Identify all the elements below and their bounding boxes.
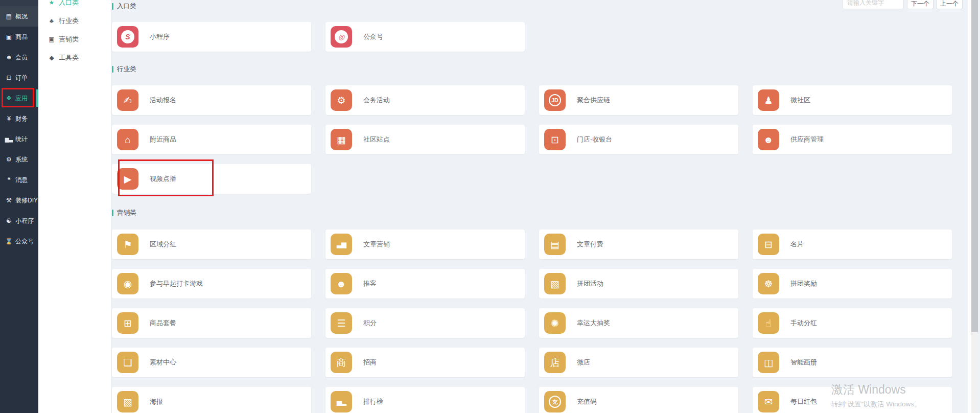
book-coin-icon-glyph: ▤ [550, 240, 559, 249]
folder-icon: ❏ [117, 352, 138, 373]
app-card-label: 公众号 [363, 32, 383, 41]
sidebar-item-messages[interactable]: ❝消息 [0, 170, 38, 190]
app-card-points[interactable]: ☰积分 [325, 308, 525, 338]
app-card-activity-signup[interactable]: ✍活动报名 [112, 85, 311, 115]
app-card-label: 拼团奖励 [790, 279, 817, 288]
app-card-label: 招商 [363, 358, 377, 367]
category-item-tools[interactable]: ◆工具类 [38, 49, 111, 67]
app-card-video-on-demand[interactable]: ▶视频点播 [112, 164, 311, 194]
app-card-store-cashier[interactable]: ⊡门店-收银台 [539, 125, 738, 154]
category-item-industry[interactable]: ♣行业类 [38, 12, 111, 30]
app-card-manual-dividend[interactable]: ☝手动分红 [753, 308, 952, 338]
id-card-icon: ⊟ [758, 234, 779, 255]
overview-icon: ▤ [5, 13, 13, 20]
scrollbar-thumb[interactable] [971, 0, 978, 332]
app-card-poster[interactable]: ▧海报 [112, 387, 311, 413]
app-card-supplier-mgmt[interactable]: ☻供应商管理 [753, 125, 952, 154]
mini-program-icon-inner: S [121, 30, 134, 43]
community-person-icon-glyph: ♟ [764, 96, 773, 105]
scrollbar-track[interactable] [971, 0, 978, 413]
section-title: 入口类 [117, 2, 136, 11]
goods-box-icon: ▣ [5, 33, 13, 40]
app-card-conference[interactable]: ⚙会务活动 [325, 85, 525, 115]
app-card-goods-package[interactable]: ⊞商品套餐 [112, 308, 311, 338]
category-nav-items: ★入口类♣行业类▣营销类◆工具类 [38, 0, 111, 67]
sidebar-item-label: 装修DIY [15, 196, 38, 205]
app-card-region-dividend[interactable]: ⚑区域分红 [112, 230, 311, 259]
chong-char-icon-inner: 充 [549, 396, 561, 408]
sidebar-item-mini-program[interactable]: ☯小程序 [0, 211, 38, 231]
app-card-community-site[interactable]: ▦社区站点 [325, 125, 525, 154]
category-item-label: 行业类 [59, 16, 79, 26]
app-card-tuike[interactable]: ☻推客 [325, 269, 525, 299]
red-envelope-icon: ✉ [758, 391, 779, 412]
app-card-article-pay[interactable]: ▤文章付费 [539, 230, 738, 259]
app-card-jd-supply-chain[interactable]: JD聚合供应链 [539, 85, 738, 115]
sidebar-item-overview[interactable]: ▤概况 [0, 6, 38, 27]
app-card-label: 每日红包 [790, 397, 817, 406]
app-card-mini-program[interactable]: S小程序 [112, 22, 311, 52]
content-right-gap [968, 0, 971, 413]
section-accent-bar [112, 3, 113, 10]
open-book-icon: ◫ [758, 352, 779, 373]
section-header-marketing: 营销类 [112, 209, 960, 217]
app-card-recharge-code[interactable]: 充充值码 [539, 387, 738, 413]
app-card-morning-checkin[interactable]: ◉参与早起打卡游戏 [112, 269, 311, 299]
sidebar-item-members[interactable]: ☻会员 [0, 47, 38, 67]
app-card-label: 附近商品 [150, 135, 176, 144]
sidebar-item-stats[interactable]: ▆▃统计 [0, 129, 38, 149]
app-card-material-center[interactable]: ❏素材中心 [112, 348, 311, 377]
cashier-monitor-icon-glyph: ⊡ [551, 135, 559, 145]
users-icon: ☻ [5, 54, 13, 61]
section-accent-bar [112, 66, 113, 73]
app-card-label: 文章付费 [577, 240, 603, 249]
section-entry: 入口类S小程序◎公众号 [112, 2, 960, 52]
app-card-weidian[interactable]: 店微店 [539, 348, 738, 377]
sidebar: ▤概况▣商品☻会员⊟订单❖应用¥财务▆▃统计⚙系统❝消息⚒装修DIY☯小程序⌛公… [0, 0, 38, 413]
sidebar-item-official-account[interactable]: ⌛公众号 [0, 231, 38, 251]
app-card-daily-redpacket[interactable]: ✉每日红包 [753, 387, 952, 413]
category-item-marketing[interactable]: ▣营销类 [38, 30, 111, 49]
sidebar-item-goods[interactable]: ▣商品 [0, 27, 38, 47]
sidebar-item-finance[interactable]: ¥财务 [0, 108, 38, 129]
app-card-label: 充值码 [577, 397, 597, 406]
sidebar-item-orders[interactable]: ⊟订单 [0, 67, 38, 88]
picture-icon: ▧ [544, 273, 566, 294]
app-card-label: 排行榜 [363, 397, 383, 406]
yen-icon: ¥ [5, 115, 13, 122]
app-card-label: 会务活动 [363, 96, 390, 105]
app-card-groupon-reward[interactable]: ☸拼团奖励 [753, 269, 952, 299]
sidebar-item-diy[interactable]: ⚒装修DIY [0, 190, 38, 211]
category-item-label: 工具类 [59, 53, 79, 62]
app-card-business-card[interactable]: ⊟名片 [753, 230, 952, 259]
growth-chart-icon: ▃▆ [331, 234, 352, 255]
bar-chart-icon: ▆▃ [5, 136, 13, 142]
app-card-label: 商品套餐 [150, 318, 176, 328]
sidebar-item-system[interactable]: ⚙系统 [0, 149, 38, 170]
category-item-entry[interactable]: ★入口类 [38, 0, 111, 12]
app-card-smart-album[interactable]: ◫智能画册 [753, 348, 952, 377]
dian-char-icon: 店 [544, 352, 566, 373]
app-card-zhaoshang[interactable]: 商招商 [325, 348, 525, 377]
sidebar-item-apps[interactable]: ❖应用 [0, 88, 38, 108]
app-card-nearby-goods[interactable]: ⌂附近商品 [112, 125, 311, 154]
app-card-lucky-draw[interactable]: ✺幸运大抽奖 [539, 308, 738, 338]
app-card-wecommunity[interactable]: ♟微社区 [753, 85, 952, 115]
app-card-groupon-activity[interactable]: ▧拼团活动 [539, 269, 738, 299]
balloon-sign-icon-glyph: ✍ [124, 96, 132, 105]
reward-wheel-icon: ☸ [758, 273, 779, 294]
gear-icon: ⚙ [331, 89, 352, 111]
app-card-article-marketing[interactable]: ▃▆文章营销 [325, 230, 525, 259]
app-card-official-account[interactable]: ◎公众号 [325, 22, 525, 52]
app-card-ranking[interactable]: ▅▂排行榜 [325, 387, 525, 413]
cloud-play-icon-glyph: ▶ [124, 174, 132, 184]
hand-coins-icon: ☝ [758, 312, 779, 334]
supplier-person-icon: ☻ [758, 129, 779, 150]
section-title: 行业类 [117, 65, 136, 74]
sitemap-icon: ♣ [48, 17, 56, 25]
hand-coins-icon-glyph: ☝ [765, 318, 772, 328]
hourglass-icon: ⌛ [5, 238, 13, 245]
picture-icon-glyph: ▧ [550, 279, 559, 289]
star-icon: ★ [48, 0, 56, 6]
app-card-label: 活动报名 [150, 96, 176, 105]
